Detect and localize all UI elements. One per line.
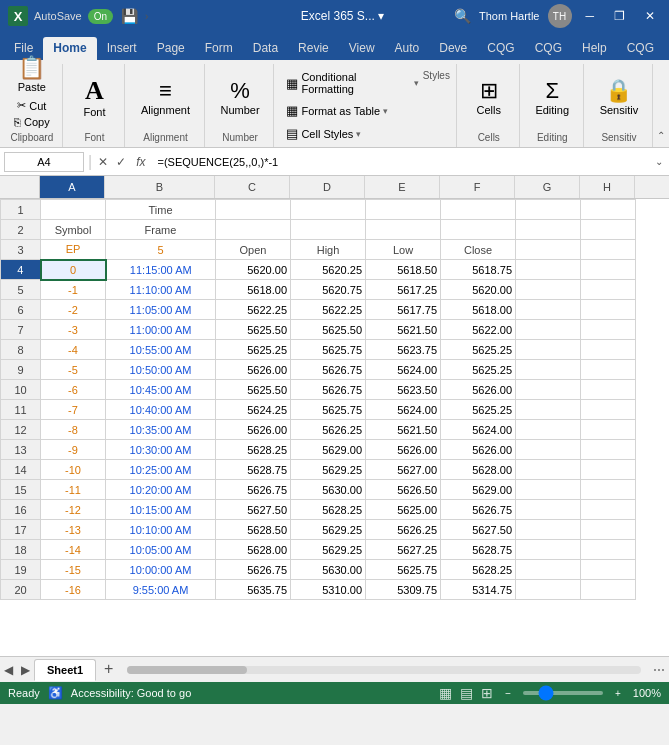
cell-A8[interactable]: -4 [41, 340, 106, 360]
cell-H15[interactable] [581, 480, 636, 500]
cell-E10[interactable]: 5623.50 [366, 380, 441, 400]
cancel-formula-btn[interactable]: ✕ [96, 153, 110, 171]
cell-D11[interactable]: 5625.75 [291, 400, 366, 420]
tab-cqg2[interactable]: CQG [525, 37, 572, 60]
row-num-19[interactable]: 19 [1, 560, 41, 580]
name-box[interactable] [4, 152, 84, 172]
cell-F3[interactable]: Close [441, 240, 516, 260]
cell-G3[interactable] [516, 240, 581, 260]
cell-A3[interactable]: EP [41, 240, 106, 260]
cell-E16[interactable]: 5625.00 [366, 500, 441, 520]
cell-B5[interactable]: 11:10:00 AM [106, 280, 216, 300]
cell-A5[interactable]: -1 [41, 280, 106, 300]
row-num-16[interactable]: 16 [1, 500, 41, 520]
cell-A7[interactable]: -3 [41, 320, 106, 340]
cell-H2[interactable] [581, 220, 636, 240]
cell-D9[interactable]: 5626.75 [291, 360, 366, 380]
row-num-9[interactable]: 9 [1, 360, 41, 380]
autosave-toggle[interactable]: On [88, 9, 113, 24]
cell-B8[interactable]: 10:55:00 AM [106, 340, 216, 360]
grid-scroll[interactable]: 1 Time 2 Symbol Frame [0, 199, 669, 656]
hscroll-thumb[interactable] [127, 666, 247, 674]
col-header-D[interactable]: D [290, 176, 365, 198]
tab-help[interactable]: Help [572, 37, 617, 60]
cell-B10[interactable]: 10:45:00 AM [106, 380, 216, 400]
cell-F15[interactable]: 5629.00 [441, 480, 516, 500]
sheet-tab-sheet1[interactable]: Sheet1 [34, 659, 96, 681]
cell-H13[interactable] [581, 440, 636, 460]
cell-D16[interactable]: 5628.25 [291, 500, 366, 520]
cell-E19[interactable]: 5625.75 [366, 560, 441, 580]
col-header-E[interactable]: E [365, 176, 440, 198]
add-sheet-btn[interactable]: + [98, 660, 119, 678]
col-header-F[interactable]: F [440, 176, 515, 198]
cell-B14[interactable]: 10:25:00 AM [106, 460, 216, 480]
row-num-8[interactable]: 8 [1, 340, 41, 360]
cell-H7[interactable] [581, 320, 636, 340]
cell-E5[interactable]: 5617.25 [366, 280, 441, 300]
cell-B1[interactable]: Time [106, 200, 216, 220]
cell-D14[interactable]: 5629.25 [291, 460, 366, 480]
cell-H17[interactable] [581, 520, 636, 540]
cell-G17[interactable] [516, 520, 581, 540]
cell-C10[interactable]: 5625.50 [216, 380, 291, 400]
more-commands-btn[interactable]: › [145, 11, 148, 22]
cell-A2[interactable]: Symbol [41, 220, 106, 240]
cell-A10[interactable]: -6 [41, 380, 106, 400]
minimize-btn[interactable]: ─ [580, 7, 601, 25]
cell-A6[interactable]: -2 [41, 300, 106, 320]
sheet-nav-prev[interactable]: ◀ [0, 661, 17, 679]
cell-F17[interactable]: 5627.50 [441, 520, 516, 540]
cell-styles-button[interactable]: ▤ Cell Styles ▾ [282, 123, 422, 144]
copy-button[interactable]: ⎘ Copy [10, 114, 54, 130]
cell-A12[interactable]: -8 [41, 420, 106, 440]
cell-F2[interactable] [441, 220, 516, 240]
cell-G14[interactable] [516, 460, 581, 480]
cell-H5[interactable] [581, 280, 636, 300]
cell-E17[interactable]: 5626.25 [366, 520, 441, 540]
cell-C18[interactable]: 5628.00 [216, 540, 291, 560]
cell-F8[interactable]: 5625.25 [441, 340, 516, 360]
cell-C9[interactable]: 5626.00 [216, 360, 291, 380]
cell-H10[interactable] [581, 380, 636, 400]
cell-D12[interactable]: 5626.25 [291, 420, 366, 440]
cell-B19[interactable]: 10:00:00 AM [106, 560, 216, 580]
cell-H1[interactable] [581, 200, 636, 220]
tab-automate[interactable]: Auto [385, 37, 430, 60]
cell-H14[interactable] [581, 460, 636, 480]
tab-form[interactable]: Form [195, 37, 243, 60]
cell-H16[interactable] [581, 500, 636, 520]
cell-F13[interactable]: 5626.00 [441, 440, 516, 460]
cell-E13[interactable]: 5626.00 [366, 440, 441, 460]
cell-B11[interactable]: 10:40:00 AM [106, 400, 216, 420]
cell-D17[interactable]: 5629.25 [291, 520, 366, 540]
cell-A14[interactable]: -10 [41, 460, 106, 480]
zoom-percent[interactable]: 100% [633, 687, 661, 699]
cell-F5[interactable]: 5620.00 [441, 280, 516, 300]
cell-C12[interactable]: 5626.00 [216, 420, 291, 440]
cell-C4[interactable]: 5620.00 [216, 260, 291, 280]
tab-cqg1[interactable]: CQG [477, 37, 524, 60]
row-num-10[interactable]: 10 [1, 380, 41, 400]
cell-E9[interactable]: 5624.00 [366, 360, 441, 380]
cell-G19[interactable] [516, 560, 581, 580]
cell-D18[interactable]: 5629.25 [291, 540, 366, 560]
cell-A20[interactable]: -16 [41, 580, 106, 600]
tab-view[interactable]: View [339, 37, 385, 60]
save-icon[interactable]: 💾 [119, 6, 139, 26]
format-table-button[interactable]: ▦ Format as Table ▾ [282, 100, 422, 121]
cell-H18[interactable] [581, 540, 636, 560]
formula-expand-btn[interactable]: ⌄ [653, 154, 665, 169]
tab-page[interactable]: Page [147, 37, 195, 60]
paste-button[interactable]: 📋 Paste [10, 53, 54, 97]
cell-A11[interactable]: -7 [41, 400, 106, 420]
alignment-button[interactable]: ≡ Alignment [135, 76, 196, 120]
cell-D8[interactable]: 5625.75 [291, 340, 366, 360]
cell-B2[interactable]: Frame [106, 220, 216, 240]
row-num-2[interactable]: 2 [1, 220, 41, 240]
normal-view-btn[interactable]: ▦ [439, 685, 452, 701]
cell-H3[interactable] [581, 240, 636, 260]
zoom-plus[interactable]: + [615, 688, 621, 699]
cell-B16[interactable]: 10:15:00 AM [106, 500, 216, 520]
cell-G13[interactable] [516, 440, 581, 460]
